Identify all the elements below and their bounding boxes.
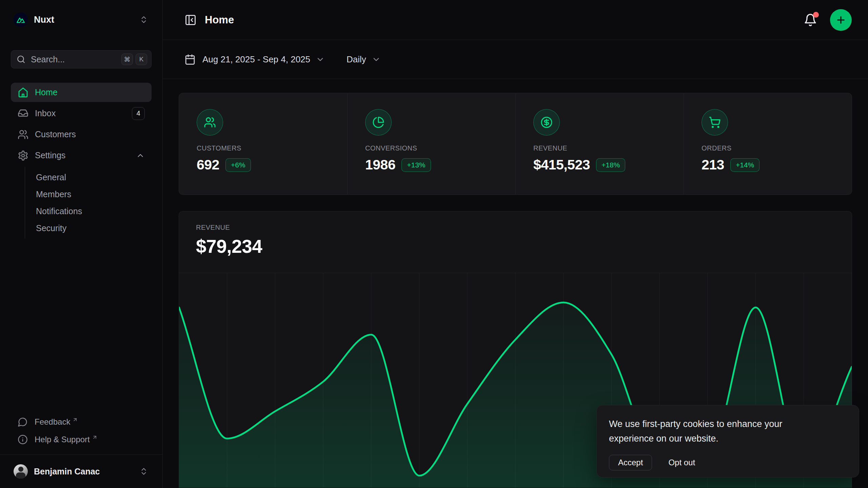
period-value: Daily: [347, 54, 366, 65]
team-switcher[interactable]: Nuxt: [11, 10, 152, 29]
cookie-banner: We use first-party cookies to enhance yo…: [596, 405, 859, 477]
users-icon: [197, 109, 223, 136]
inbox-count-badge: 4: [132, 107, 145, 120]
stat-label: ORDERS: [702, 144, 834, 152]
cookie-actions: Accept Opt out: [609, 455, 847, 470]
stat-card-customers: CUSTOMERS 692 +6%: [179, 93, 347, 195]
sidebar-item-label: Inbox: [35, 108, 56, 118]
kbd-k: K: [136, 54, 147, 65]
sidebar-item-settings[interactable]: Settings: [11, 146, 152, 165]
stat-card-orders: ORDERS 213 +14%: [684, 93, 852, 195]
sidebar-item-notifications[interactable]: Notifications: [25, 203, 152, 220]
date-range-value: Aug 21, 2025 - Sep 4, 2025: [202, 54, 310, 65]
panel-left-close-icon: [184, 14, 197, 26]
pie-chart-icon: [365, 109, 392, 136]
calendar-icon: [184, 54, 196, 65]
user-section: Benjamin Canac: [0, 454, 162, 488]
gear-icon: [18, 150, 28, 161]
kbd-command: ⌘: [121, 54, 133, 65]
notifications-button[interactable]: [804, 13, 817, 27]
stat-delta-badge: +13%: [401, 158, 431, 172]
chevron-up-icon: [136, 151, 145, 160]
sidebar: Nuxt Search... ⌘ K Home Inbox 4 Customer…: [0, 0, 163, 488]
sidebar-item-members[interactable]: Members: [25, 186, 152, 203]
search-icon: [17, 55, 25, 64]
stat-value: 692: [197, 157, 219, 173]
sidebar-item-customers[interactable]: Customers: [11, 125, 152, 144]
cookie-message: We use first-party cookies to enhance yo…: [609, 417, 801, 446]
stat-value: 213: [702, 157, 724, 173]
chevron-down-icon: [316, 55, 325, 64]
stat-card-revenue: REVENUE $415,523 +18%: [515, 93, 684, 195]
circle-dollar-icon: [533, 109, 560, 136]
chevron-down-icon: [372, 55, 381, 64]
stat-value: 1986: [365, 157, 395, 173]
sidebar-item-label: Customers: [35, 129, 76, 139]
opt-out-button[interactable]: Opt out: [668, 458, 695, 467]
external-link-icon: [92, 434, 98, 440]
revenue-label: REVENUE: [196, 224, 835, 231]
external-link-icon: [72, 417, 78, 423]
date-range-picker[interactable]: Aug 21, 2025 - Sep 4, 2025: [184, 54, 325, 65]
sidebar-item-inbox[interactable]: Inbox 4: [11, 104, 152, 123]
header-actions: [804, 9, 852, 31]
panel-collapse-button[interactable]: [184, 14, 197, 26]
stat-label: CONVERSIONS: [365, 144, 498, 152]
search-placeholder: Search...: [31, 55, 65, 64]
sidebar-item-label: Home: [35, 87, 58, 97]
team-name: Nuxt: [34, 15, 54, 25]
chevrons-up-down-icon: [139, 15, 148, 24]
stat-value: $415,523: [533, 157, 590, 173]
sidebar-footer: Feedback Help & Support: [11, 413, 152, 448]
sidebar-item-home[interactable]: Home: [11, 83, 152, 102]
stat-delta-badge: +14%: [730, 158, 760, 172]
search-kbd-hints: ⌘ K: [121, 54, 147, 65]
help-support-link[interactable]: Help & Support: [11, 431, 152, 448]
notification-dot: [813, 12, 819, 18]
sidebar-item-general[interactable]: General: [25, 169, 152, 186]
inbox-icon: [18, 108, 28, 119]
user-name: Benjamin Canac: [34, 467, 100, 476]
info-icon: [18, 434, 28, 445]
feedback-label: Feedback: [35, 417, 70, 427]
message-circle-icon: [18, 417, 28, 427]
user-menu[interactable]: Benjamin Canac: [11, 462, 152, 481]
stats-row: CUSTOMERS 692 +6% CONVERSIONS 1986 +13%: [179, 93, 852, 195]
nuxt-logo-icon: [14, 13, 28, 27]
sidebar-nav: Home Inbox 4 Customers Settings General …: [11, 83, 152, 239]
help-support-label: Help & Support: [35, 435, 90, 444]
users-icon: [18, 129, 28, 140]
stat-label: CUSTOMERS: [197, 144, 330, 152]
chevrons-up-down-icon: [139, 467, 148, 476]
settings-subnav: General Members Notifications Security: [25, 167, 152, 239]
revenue-total: $79,234: [196, 236, 835, 257]
filters-toolbar: Aug 21, 2025 - Sep 4, 2025 Daily: [163, 40, 868, 79]
feedback-link[interactable]: Feedback: [11, 413, 152, 431]
avatar: [14, 464, 28, 479]
shopping-cart-icon: [702, 109, 728, 136]
revenue-panel-header: REVENUE $79,234: [179, 211, 852, 273]
stat-card-conversions: CONVERSIONS 1986 +13%: [347, 93, 515, 195]
home-icon: [18, 87, 28, 98]
stat-label: REVENUE: [533, 144, 666, 152]
page-header: Home: [163, 0, 868, 40]
page-title: Home: [205, 14, 234, 26]
accept-button[interactable]: Accept: [609, 455, 652, 470]
search-input[interactable]: Search... ⌘ K: [11, 50, 152, 68]
stat-delta-badge: +6%: [225, 158, 251, 172]
add-button[interactable]: [830, 9, 852, 31]
period-select[interactable]: Daily: [347, 54, 381, 65]
stat-delta-badge: +18%: [596, 158, 625, 172]
sidebar-item-label: Settings: [35, 150, 65, 160]
plus-icon: [835, 15, 846, 25]
sidebar-item-security[interactable]: Security: [25, 220, 152, 237]
